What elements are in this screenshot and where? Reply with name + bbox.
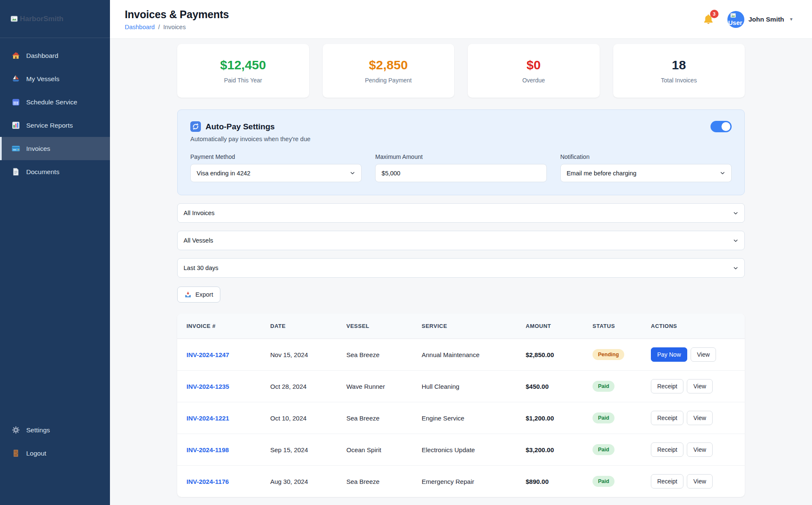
payment-method-field-group: Payment Method Visa ending in 4242 <box>190 153 362 182</box>
sidebar-item-dashboard[interactable]: Dashboard <box>0 44 110 67</box>
amount-cell: $890.00 <box>518 466 585 497</box>
service-cell: Annual Maintenance <box>414 339 518 371</box>
export-button[interactable]: Export <box>177 287 220 303</box>
service-cell: Electronics Update <box>414 434 518 466</box>
sidebar-spacer <box>0 183 110 418</box>
stat-card-overdue: $0Overdue <box>468 44 600 98</box>
sidebar-item-label: Logout <box>26 450 46 457</box>
stat-value: 18 <box>672 58 686 72</box>
sidebar-item-label: Documents <box>26 168 59 176</box>
sidebar-item-documents[interactable]: Documents <box>0 160 110 183</box>
brand-logo: HarborSmith <box>0 0 110 38</box>
invoice-link[interactable]: INV-2024-1176 <box>187 478 229 485</box>
view-button[interactable]: View <box>687 411 712 425</box>
topbar: Invoices & Payments Dashboard / Invoices… <box>110 0 812 39</box>
user-menu[interactable]: User John Smith ▼ <box>727 11 793 28</box>
table-body: INV-2024-1247Nov 15, 2024Sea BreezeAnnua… <box>177 339 745 497</box>
sidebar-item-service-reports[interactable]: Service Reports <box>0 114 110 137</box>
service-cell: Engine Service <box>414 402 518 434</box>
sidebar-item-invoices[interactable]: Invoices <box>0 137 110 160</box>
stat-card-total-invoices: 18Total Invoices <box>613 44 745 98</box>
app-root: HarborSmith DashboardMy VesselsSchedule … <box>0 0 812 505</box>
actions-cell: ReceiptView <box>643 402 745 434</box>
invoice-cell: INV-2024-1235 <box>177 371 263 402</box>
gear-icon <box>11 426 20 434</box>
invoice-status-filter[interactable]: All Invoices <box>177 203 745 223</box>
brand-name: HarborSmith <box>20 15 63 23</box>
stat-value: $2,850 <box>369 58 408 72</box>
breadcrumb-current: Invoices <box>163 24 186 30</box>
date-cell: Aug 30, 2024 <box>263 466 339 497</box>
maximum-amount-field-group: Maximum Amount <box>375 153 546 182</box>
payment-method-select[interactable]: Visa ending in 4242 <box>190 164 362 182</box>
autopay-title: Auto-Pay Settings <box>206 122 275 131</box>
autopay-toggle[interactable] <box>710 121 732 132</box>
view-button[interactable]: View <box>687 379 712 393</box>
page-title: Invoices & Payments <box>125 8 229 21</box>
notification-select[interactable]: Email me before charging <box>560 164 732 182</box>
invoice-cell: INV-2024-1176 <box>177 466 263 497</box>
sidebar-item-label: Service Reports <box>26 122 73 129</box>
chevron-down-icon <box>733 238 738 243</box>
receipt-button[interactable]: Receipt <box>651 442 683 457</box>
vessel-cell: Sea Breeze <box>339 466 414 497</box>
view-button[interactable]: View <box>691 347 716 362</box>
service-cell: Emergency Repair <box>414 466 518 497</box>
actions-cell: ReceiptView <box>643 371 745 402</box>
date-range-filter-value: Last 30 days <box>184 265 218 271</box>
receipt-button[interactable]: Receipt <box>651 411 683 425</box>
maximum-amount-input[interactable] <box>375 164 546 182</box>
breadcrumb-dashboard-link[interactable]: Dashboard <box>125 24 155 30</box>
stat-label: Paid This Year <box>224 77 262 84</box>
invoices-table: INVOICE #DATEVESSELSERVICEAMOUNTSTATUSAC… <box>177 314 745 497</box>
column-header-status: STATUS <box>585 314 643 339</box>
door-icon <box>11 449 20 458</box>
stat-value: $12,450 <box>220 58 266 72</box>
view-button[interactable]: View <box>687 474 712 489</box>
stat-value: $0 <box>527 58 540 72</box>
status-cell: Paid <box>585 371 643 402</box>
broken-image-icon <box>727 11 736 19</box>
autopay-panel: Auto-Pay Settings Automatically pay invo… <box>177 109 745 195</box>
sidebar-item-logout[interactable]: Logout <box>0 442 110 465</box>
sidebar-item-label: Settings <box>26 426 50 434</box>
invoice-cell: INV-2024-1198 <box>177 434 263 466</box>
notifications-button[interactable]: 3 <box>702 13 715 26</box>
table-row: INV-2024-1176Aug 30, 2024Sea BreezeEmerg… <box>177 466 745 497</box>
status-badge: Paid <box>593 412 614 423</box>
column-header-invoice: INVOICE # <box>177 314 263 339</box>
vessel-filter[interactable]: All Vessels <box>177 231 745 250</box>
status-badge: Paid <box>593 476 614 487</box>
sidebar: HarborSmith DashboardMy VesselsSchedule … <box>0 0 110 505</box>
date-cell: Oct 10, 2024 <box>263 402 339 434</box>
receipt-button[interactable]: Receipt <box>651 474 683 489</box>
invoice-link[interactable]: INV-2024-1198 <box>187 446 229 453</box>
sidebar-item-settings[interactable]: Settings <box>0 418 110 442</box>
view-button[interactable]: View <box>687 442 712 457</box>
sidebar-item-schedule-service[interactable]: Schedule Service <box>0 90 110 114</box>
maximum-amount-label: Maximum Amount <box>375 153 546 160</box>
receipt-button[interactable]: Receipt <box>651 379 683 393</box>
amount-cell: $3,200.00 <box>518 434 585 466</box>
sidebar-item-my-vessels[interactable]: My Vessels <box>0 67 110 90</box>
invoices-table-card: INVOICE #DATEVESSELSERVICEAMOUNTSTATUSAC… <box>177 314 745 497</box>
amount-cell: $2,850.00 <box>518 339 585 371</box>
inbox-tray-icon <box>184 291 192 298</box>
home-icon <box>11 51 20 60</box>
actions-cell: Pay NowView <box>643 339 745 371</box>
invoice-status-filter-value: All Invoices <box>184 210 214 216</box>
sidebar-item-label: Invoices <box>26 145 50 153</box>
invoice-link[interactable]: INV-2024-1221 <box>187 415 229 422</box>
invoice-link[interactable]: INV-2024-1235 <box>187 383 229 390</box>
table-row: INV-2024-1221Oct 10, 2024Sea BreezeEngin… <box>177 402 745 434</box>
sidebar-item-label: Dashboard <box>26 52 58 60</box>
pay-now-button[interactable]: Pay Now <box>651 347 687 362</box>
column-header-date: DATE <box>263 314 339 339</box>
autopay-title-wrap: Auto-Pay Settings <box>190 121 275 132</box>
date-range-filter[interactable]: Last 30 days <box>177 258 745 278</box>
invoice-link[interactable]: INV-2024-1247 <box>187 351 229 358</box>
avatar: User <box>727 11 744 28</box>
content: $12,450Paid This Year$2,850Pending Payme… <box>110 39 812 505</box>
notification-value: Email me before charging <box>567 170 636 177</box>
vessel-filter-value: All Vessels <box>184 237 213 244</box>
